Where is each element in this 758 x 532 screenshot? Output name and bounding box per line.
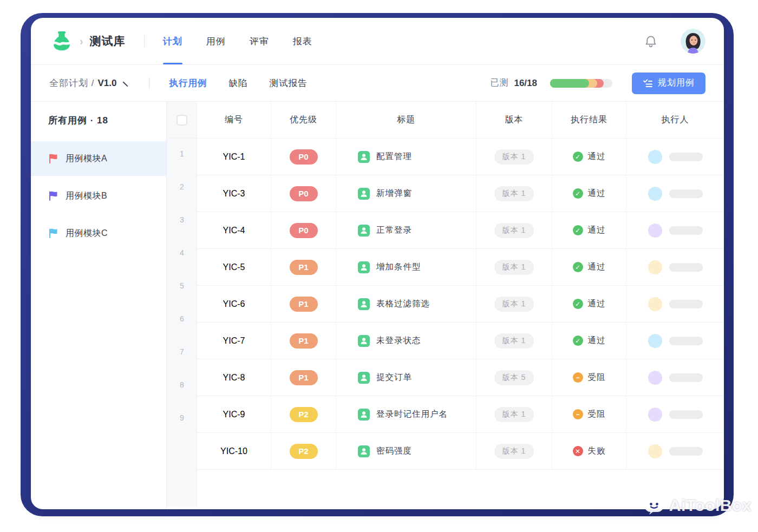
result-label: 失败 — [588, 445, 606, 457]
tested-count: 16/18 — [514, 78, 537, 89]
plan-sub-nav: 执行用例缺陷测试报告 — [169, 77, 307, 89]
version-badge: 版本 1 — [494, 333, 534, 349]
table-row[interactable]: YIC-9 P2 登录时记住用户名 版本 1 − 受阻 — [167, 396, 724, 433]
test-progress-bar — [550, 79, 612, 88]
plan-selector-version: V1.0 — [97, 78, 116, 89]
plan-cases-button[interactable]: 规划用例 — [632, 73, 705, 94]
case-person-icon — [358, 372, 370, 384]
executor-avatar — [648, 444, 662, 458]
result-label: 通过 — [588, 151, 606, 162]
sub-tab-1[interactable]: 缺陷 — [228, 77, 247, 89]
result-label: 通过 — [588, 298, 606, 310]
priority-badge: P0 — [290, 186, 318, 201]
executor-name-placeholder — [669, 300, 703, 308]
sidebar-module-item-1[interactable]: 用例模块B — [31, 179, 166, 213]
executor-name-placeholder — [669, 373, 703, 382]
executor-name-placeholder — [669, 447, 703, 456]
case-id: YIC-10 — [197, 433, 271, 469]
case-id: YIC-4 — [197, 212, 271, 248]
case-id: YIC-7 — [197, 323, 271, 359]
result-label: 受阻 — [588, 372, 606, 383]
col-header-id: 编号 — [197, 102, 271, 138]
executor-cell — [626, 433, 724, 469]
case-id: YIC-8 — [197, 359, 271, 396]
sub-tab-2[interactable]: 测试报告 — [269, 77, 307, 89]
priority-badge: P1 — [290, 333, 318, 349]
version-badge: 版本 1 — [494, 260, 534, 275]
executor-cell — [626, 396, 724, 432]
table-row[interactable]: YIC-3 P0 新增弹窗 版本 1 ✓ 通过 — [167, 175, 724, 212]
col-header-title: 标题 — [336, 102, 476, 138]
table-row[interactable]: YIC-4 P0 正常登录 版本 1 ✓ 通过 — [167, 212, 724, 249]
nav-tab-2[interactable]: 评审 — [250, 18, 269, 64]
priority-badge: P1 — [290, 370, 318, 385]
sub-tab-0[interactable]: 执行用例 — [169, 77, 207, 89]
user-avatar[interactable] — [681, 29, 705, 54]
result-status-icon: ✓ — [573, 299, 583, 309]
table-row[interactable]: YIC-6 P1 表格过滤筛选 版本 1 ✓ 通过 — [167, 286, 724, 323]
flask-logo-icon — [49, 29, 74, 54]
table-row[interactable]: YIC-1 P0 配置管理 版本 1 ✓ 通过 — [167, 139, 724, 175]
executor-avatar — [648, 260, 662, 274]
plan-selector[interactable]: 全部计划 / V1.0 — [49, 77, 129, 89]
nav-tab-1[interactable]: 用例 — [206, 18, 226, 64]
executor-name-placeholder — [669, 263, 703, 272]
result-status-icon: ✓ — [573, 262, 583, 272]
case-title: 表格过滤筛选 — [376, 298, 430, 310]
app-window: › 测试库 计划 用例 评审 报表 全部计 — [31, 18, 724, 509]
table-header: 编号 优先级 标题 版本 执行结果 执行人 — [167, 102, 724, 139]
result-status-icon: ✓ — [573, 152, 583, 162]
plan-toolbar: 全部计划 / V1.0 执行用例缺陷测试报告 已测 16/18 规划用例 — [31, 65, 724, 102]
case-person-icon — [358, 151, 370, 163]
header-divider — [144, 35, 145, 47]
table-row[interactable]: YIC-5 P1 增加条件型 版本 1 ✓ 通过 — [167, 249, 724, 286]
sidebar-module-item-0[interactable]: 用例模块A — [31, 141, 166, 176]
case-title: 登录时记住用户名 — [376, 409, 448, 420]
progress-segment-pass — [550, 79, 589, 88]
case-id: YIC-9 — [197, 396, 271, 432]
nav-tab-3[interactable]: 报表 — [293, 18, 312, 64]
case-id: YIC-5 — [197, 249, 271, 285]
priority-badge: P1 — [290, 260, 318, 275]
tested-progress-label: 已测 16/18 — [490, 77, 537, 89]
executor-name-placeholder — [669, 226, 703, 235]
executor-cell — [626, 359, 724, 396]
executor-cell — [626, 286, 724, 322]
priority-badge: P2 — [290, 444, 318, 459]
table-row[interactable]: YIC-7 P1 未登录状态 版本 1 ✓ 通过 — [167, 323, 724, 359]
case-title: 增加条件型 — [376, 261, 421, 273]
executor-name-placeholder — [669, 337, 703, 345]
col-header-version: 版本 — [476, 102, 552, 138]
case-id: YIC-1 — [197, 139, 271, 175]
flag-icon — [48, 228, 58, 239]
row-number-strip: 123456789 — [167, 139, 197, 507]
col-header-executor: 执行人 — [626, 102, 724, 138]
executor-cell — [626, 323, 724, 359]
flag-icon — [48, 153, 58, 164]
version-badge: 版本 5 — [494, 370, 534, 385]
watermark: AiToolBox — [643, 496, 752, 515]
nav-tab-0[interactable]: 计划 — [163, 18, 182, 64]
col-header-priority: 优先级 — [271, 102, 336, 138]
executor-avatar — [648, 297, 662, 311]
result-status-icon: ✕ — [573, 446, 583, 456]
case-person-icon — [358, 225, 370, 237]
notifications-bell-icon[interactable] — [644, 34, 658, 48]
select-all-checkbox[interactable] — [177, 115, 187, 126]
case-person-icon — [358, 409, 370, 421]
executor-avatar — [648, 371, 662, 385]
table-row[interactable]: YIC-8 P1 提交订单 版本 5 − 受阻 — [167, 359, 724, 396]
case-title: 提交订单 — [376, 372, 412, 383]
version-badge: 版本 1 — [494, 407, 534, 422]
result-status-icon: ✓ — [573, 336, 583, 346]
version-badge: 版本 1 — [494, 186, 534, 201]
sidebar-module-item-2[interactable]: 用例模块C — [31, 216, 166, 251]
col-header-result: 执行结果 — [552, 102, 626, 138]
result-status-icon: ✓ — [573, 225, 583, 235]
main-nav: 计划 用例 评审 报表 — [163, 18, 312, 64]
executor-avatar — [648, 187, 662, 201]
executor-avatar — [648, 334, 662, 348]
table-row[interactable]: YIC-10 P2 密码强度 版本 1 ✕ 失败 — [167, 433, 724, 470]
executor-name-placeholder — [669, 410, 703, 419]
priority-badge: P0 — [290, 149, 318, 165]
